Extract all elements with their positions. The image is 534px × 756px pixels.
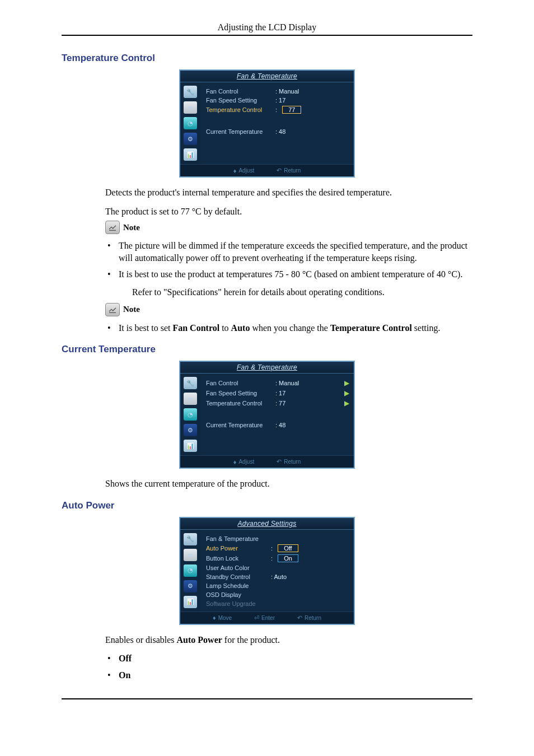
osd2-row-fan-speed[interactable]: Fan Speed Setting : 17 ▶ [206, 388, 349, 398]
return-icon: ↶ [277, 458, 282, 465]
section-current-temperature-title: Current Temperature [62, 344, 472, 355]
osd3-sidebar-icons: 🔧 ▭ ◔ ⚙ 📊 [180, 530, 200, 612]
osd3-title: Advanced Settings [180, 518, 354, 530]
gear-icon: ⚙ [184, 580, 197, 592]
chart-icon: 📊 [184, 148, 197, 161]
note-2-label: Note [123, 305, 140, 314]
tempcontrol-para-1: Detects the product's internal temperatu… [105, 186, 472, 199]
osd3-footer: ♦Move ⏎Enter ↶Return [180, 612, 354, 624]
currenttemp-para: Shows the current temperature of the pro… [105, 478, 472, 490]
clock-icon: ◔ [184, 408, 197, 421]
bottom-rule [62, 698, 472, 699]
osd2-sidebar-icons: 🔧 ▭ ◔ ⚙ 📊 [180, 374, 200, 455]
top-rule [62, 35, 472, 36]
move-icon: ♦ [213, 614, 216, 621]
osd3-row-auto-power[interactable]: Auto Power : Off [206, 543, 349, 553]
return-icon: ↶ [297, 614, 302, 622]
tempcontrol-bullet-2: It is best to use the product at tempera… [105, 268, 472, 298]
screen-icon: ▭ [184, 393, 197, 405]
osd1-footer: ♦Adjust ↶Return [180, 164, 354, 176]
osd3-row-user-auto-color[interactable]: User Auto Color [206, 563, 349, 572]
osd-fan-temperature-1: Fan & Temperature 🔧 ▭ ◔ ⚙ 📊 Fan Control … [179, 69, 355, 178]
osd3-row-osd-display[interactable]: OSD Display [206, 590, 349, 599]
page-header: Adjusting the LCD Display [62, 22, 472, 32]
note-1-label: Note [123, 223, 140, 232]
adjust-icon: ♦ [233, 459, 237, 465]
osd2-title: Fan & Temperature [180, 362, 354, 374]
tempcontrol-para-2: The product is set to 77 °C by default. [105, 206, 472, 218]
chart-icon: 📊 [184, 440, 197, 452]
tool-icon: 🔧 [184, 86, 197, 98]
section-temperature-control-title: Temperature Control [62, 53, 472, 64]
osd2-row-temperature-control[interactable]: Temperature Control : 77 ▶ [206, 398, 349, 408]
note-2: Note [105, 303, 472, 316]
arrow-right-icon: ▶ [344, 389, 349, 397]
note-icon [105, 221, 120, 234]
osd3-row-fan-temperature[interactable]: Fan & Temperature [206, 534, 349, 543]
tempcontrol-subpara: Refer to "Specifications" herein for det… [132, 286, 472, 298]
osd3-button-lock-value[interactable]: On [278, 554, 298, 562]
note-icon [105, 303, 120, 316]
chart-icon: 📊 [184, 596, 197, 608]
osd3-row-button-lock[interactable]: Button Lock : On [206, 553, 349, 563]
tool-icon: 🔧 [184, 533, 197, 545]
adjust-icon: ♦ [233, 167, 237, 174]
clock-icon: ◔ [184, 117, 197, 129]
osd1-temperature-input[interactable]: 77 [282, 106, 301, 114]
osd1-row-fan-speed: Fan Speed Setting : 17 [206, 96, 349, 105]
tempcontrol-bullet-3: It is best to set Fan Control to Auto wh… [105, 322, 472, 334]
osd1-row-fan-control: Fan Control : Manual [206, 87, 349, 96]
arrow-right-icon: ▶ [344, 379, 349, 387]
screen-icon: ▭ [184, 549, 197, 561]
gear-icon: ⚙ [184, 424, 197, 436]
autopower-para: Enables or disables Auto Power for the p… [105, 634, 472, 646]
note-1: Note [105, 221, 472, 234]
screen-icon: ▭ [184, 101, 197, 114]
osd2-row-current-temperature: Current Temperature : 48 [206, 421, 349, 430]
tempcontrol-bullet-1: The picture will be dimmed if the temper… [105, 240, 472, 264]
osd1-row-temperature-control: Temperature Control : 77 [206, 105, 349, 115]
osd1-title: Fan & Temperature [180, 71, 354, 82]
osd1-row-current-temperature: Current Temperature : 48 [206, 127, 349, 136]
arrow-right-icon: ▶ [344, 399, 349, 407]
osd2-row-fan-control[interactable]: Fan Control : Manual ▶ [206, 378, 349, 388]
section-auto-power-title: Auto Power [62, 500, 472, 511]
tool-icon: 🔧 [184, 377, 197, 389]
enter-icon: ⏎ [254, 614, 259, 622]
osd-fan-temperature-2: Fan & Temperature 🔧 ▭ ◔ ⚙ 📊 Fan Control … [179, 361, 355, 469]
osd3-row-standby-control[interactable]: Standby Control : Auto [206, 572, 349, 581]
osd-advanced-settings: Advanced Settings 🔧 ▭ ◔ ⚙ 📊 Fan & Temper… [179, 517, 355, 625]
osd3-row-lamp-schedule[interactable]: Lamp Schedule [206, 581, 349, 590]
osd3-row-software-upgrade: Software Upgrade [206, 599, 349, 608]
clock-icon: ◔ [184, 564, 197, 577]
autopower-option-on: On [105, 669, 472, 682]
osd3-auto-power-value[interactable]: Off [278, 544, 298, 552]
osd1-sidebar-icons: 🔧 ▭ ◔ ⚙ 📊 [180, 82, 200, 164]
gear-icon: ⚙ [184, 133, 197, 145]
autopower-option-off: Off [105, 652, 472, 665]
osd2-footer: ♦Adjust ↶Return [180, 455, 354, 468]
return-icon: ↶ [277, 167, 282, 174]
